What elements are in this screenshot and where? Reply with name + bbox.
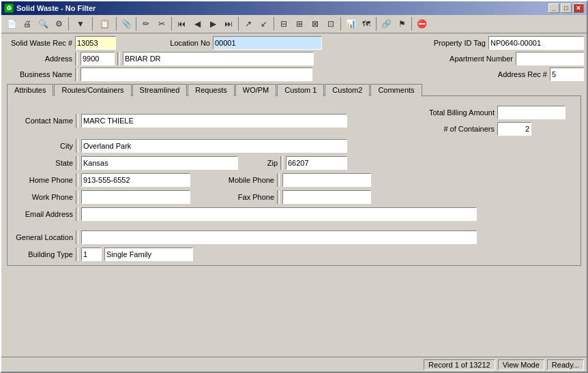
spacer: [12, 224, 576, 227]
tab-custom1[interactable]: Custom 1: [277, 84, 324, 96]
biz-sep: [75, 68, 78, 81]
separator-10: [411, 17, 412, 31]
grid4-button[interactable]: ⊡: [323, 16, 338, 31]
filter-button[interactable]: ▼: [71, 16, 90, 31]
contact-name-input[interactable]: [81, 114, 347, 128]
address-street-input[interactable]: [123, 52, 314, 65]
email-sep: [76, 207, 78, 221]
toolbar: 📄 🖨 🔍 ⚙ ▼ 📋 📎 ✏ ✂ ⏮ ◀ ▶ ⏭ ↗ ↙ ⊟ ⊞ ⊠ ⊡ 📊 …: [1, 15, 587, 33]
chart-button[interactable]: 📊: [343, 16, 358, 31]
location-no-label: Location No: [162, 39, 210, 47]
tab-streamlined[interactable]: Streamlined: [132, 84, 188, 96]
building-type-code-input[interactable]: [81, 248, 102, 261]
map-button[interactable]: 🗺: [359, 16, 374, 31]
gl-sep: [76, 230, 78, 244]
tab-comments[interactable]: Comments: [370, 84, 422, 96]
state-input[interactable]: [81, 156, 238, 170]
apartment-number-input[interactable]: [516, 52, 584, 65]
total-billing-input[interactable]: [497, 106, 565, 119]
tools-button[interactable]: ⚙: [51, 16, 66, 31]
grid2-button[interactable]: ⊞: [292, 16, 307, 31]
tabs-container: Attributes Routes/Containers Streamlined…: [4, 83, 584, 266]
zip-sep: [280, 156, 283, 170]
link-button[interactable]: 🔗: [379, 16, 394, 31]
tab-routes-containers[interactable]: Routes/Containers: [54, 84, 131, 96]
header-row-2: Address Apartment Number: [4, 52, 584, 65]
fax-sep: [277, 190, 280, 204]
scissors-button[interactable]: ✂: [154, 16, 169, 31]
tab-custom2[interactable]: Custom2: [325, 84, 370, 96]
num-containers-input[interactable]: [497, 122, 531, 136]
address-rec-input[interactable]: [550, 68, 584, 81]
prev-prev-button[interactable]: ⏮: [174, 16, 189, 31]
view-button[interactable]: 📋: [95, 16, 114, 31]
tab-content: Contact Name Total Billing Amount # of C…: [7, 95, 581, 266]
window-icon: ♻: [4, 3, 14, 13]
wp-sep: [76, 190, 78, 204]
separator-9: [376, 17, 377, 31]
stop-button[interactable]: ⛔: [414, 16, 429, 31]
edit-button[interactable]: ✏: [138, 16, 153, 31]
separator-8: [340, 17, 341, 31]
num-containers-label: # of Containers: [413, 125, 495, 133]
search-button[interactable]: 🔍: [35, 16, 50, 31]
next-next-button[interactable]: ⏭: [221, 16, 236, 31]
separator-3: [116, 17, 117, 31]
import-button[interactable]: ↙: [256, 16, 271, 31]
attach-button[interactable]: 📎: [119, 16, 134, 31]
total-billing-row: Total Billing Amount: [413, 106, 576, 119]
solid-waste-rec-input[interactable]: [75, 36, 116, 50]
flag-button[interactable]: ⚑: [394, 16, 409, 31]
zip-label: Zip: [257, 159, 278, 167]
fax-phone-input[interactable]: [282, 190, 371, 204]
apartment-number-label: Apartment Number: [438, 55, 513, 63]
email-row: Email Address: [12, 207, 576, 221]
next-button[interactable]: ▶: [205, 16, 220, 31]
business-name-input[interactable]: [80, 68, 312, 81]
city-input[interactable]: [81, 139, 347, 153]
grid1-button[interactable]: ⊟: [276, 16, 291, 31]
building-type-value-input[interactable]: [104, 248, 193, 261]
property-id-tag-input[interactable]: [488, 36, 584, 50]
bt-sep: [76, 248, 78, 261]
maximize-button[interactable]: □: [561, 3, 572, 13]
ready-label: Ready...: [547, 359, 584, 370]
work-phone-input[interactable]: [81, 190, 190, 204]
tab-wo-pm[interactable]: WO/PM: [235, 84, 277, 96]
business-name-label: Business Name: [4, 70, 72, 78]
separator-1: [68, 17, 69, 31]
state-sep: [76, 156, 78, 170]
view-mode-label: View Mode: [498, 359, 544, 370]
solid-waste-rec-label: Solid Waste Rec #: [4, 39, 72, 47]
minimize-button[interactable]: _: [548, 3, 559, 13]
tab-attributes[interactable]: Attributes: [7, 84, 53, 96]
main-window: ♻ Solid Waste - No Filter _ □ ✕ 📄 🖨 🔍 ⚙ …: [0, 0, 588, 373]
contact-name-row: Contact Name Total Billing Amount # of C…: [12, 106, 576, 136]
separator-7: [274, 17, 274, 31]
zip-input[interactable]: [286, 156, 347, 170]
address-num-input[interactable]: [80, 52, 115, 65]
close-button[interactable]: ✕: [573, 3, 584, 13]
work-phone-label: Work Phone: [12, 193, 73, 201]
phone-row-2: Work Phone Fax Phone: [12, 190, 576, 204]
hp-sep: [76, 173, 78, 187]
content-area: Solid Waste Rec # Location No Property I…: [1, 33, 587, 357]
email-address-input[interactable]: [81, 207, 477, 221]
record-info: Record 1 of 13212: [424, 359, 495, 370]
location-no-input[interactable]: [213, 36, 322, 50]
title-bar-buttons: _ □ ✕: [548, 3, 584, 13]
mobile-phone-input[interactable]: [282, 173, 371, 187]
export-button[interactable]: ↗: [241, 16, 256, 31]
mobile-phone-label: Mobile Phone: [216, 176, 274, 184]
header-row-3: Business Name Address Rec #: [4, 68, 584, 81]
general-location-input[interactable]: [81, 230, 477, 244]
home-phone-input[interactable]: [81, 173, 190, 187]
tab-requests[interactable]: Requests: [188, 84, 234, 96]
prev-button[interactable]: ◀: [190, 16, 205, 31]
status-bar: Record 1 of 13212 View Mode Ready...: [1, 357, 587, 372]
separator-5: [171, 17, 172, 31]
home-phone-label: Home Phone: [12, 176, 73, 184]
print-button[interactable]: 🖨: [20, 16, 35, 31]
new-button[interactable]: 📄: [4, 16, 19, 31]
grid3-button[interactable]: ⊠: [308, 16, 323, 31]
